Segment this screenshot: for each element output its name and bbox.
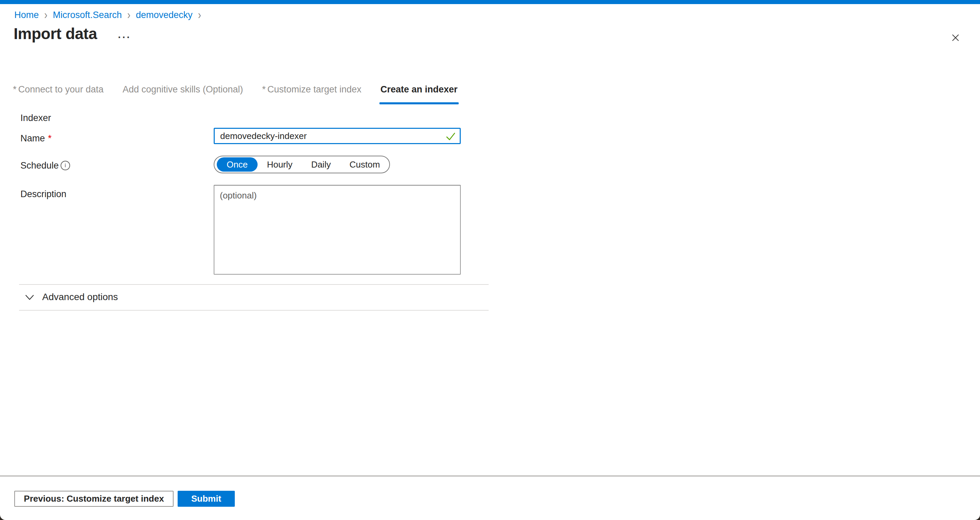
tab-customize-target-index[interactable]: *Customize target index [262,84,361,104]
active-tab-underline [379,102,459,104]
footer-divider [0,476,980,477]
valid-check-icon [445,131,456,142]
schedule-toggle-group: Once Hourly Daily Custom [214,156,390,173]
info-icon[interactable]: i [60,161,70,170]
close-x-glyph [950,32,961,43]
breadcrumb-link-demovedecky[interactable]: demovedecky [136,10,192,21]
breadcrumb-separator-icon: › [44,8,47,22]
tab-label: Customize target index [267,84,361,95]
schedule-option-daily[interactable]: Daily [311,159,331,170]
name-label: Name * [21,133,52,144]
close-icon[interactable] [948,30,963,46]
description-label: Description [21,189,66,200]
page-title: Import data [14,24,97,43]
advanced-options-label: Advanced options [42,292,118,303]
schedule-label-text: Schedule [21,160,59,171]
previous-step-button[interactable]: Previous: Customize target index [14,491,173,507]
breadcrumb-separator-icon: › [127,8,130,22]
chevron-down-icon [24,294,35,301]
schedule-option-once[interactable]: Once [217,157,258,172]
tab-add-cognitive-skills[interactable]: Add cognitive skills (Optional) [123,84,243,104]
tab-required-marker: * [13,84,17,95]
breadcrumb-link-microsoft-search[interactable]: Microsoft.Search [53,10,122,21]
tab-required-marker: * [262,84,266,95]
indexer-name-input[interactable] [214,128,461,144]
import-data-panel: Home › Microsoft.Search › demovedecky › … [0,0,980,520]
wizard-tabs: *Connect to your data Add cognitive skil… [13,84,477,104]
tab-label: Create an indexer [380,84,458,95]
breadcrumb: Home › Microsoft.Search › demovedecky › [14,10,207,21]
submit-button[interactable]: Submit [178,491,235,507]
indexer-section-title: Indexer [21,113,51,124]
schedule-options: Hourly Daily Custom [258,159,389,170]
breadcrumb-separator-icon: › [198,8,201,22]
divider [19,310,488,311]
tab-connect-to-your-data[interactable]: *Connect to your data [13,84,103,104]
top-accent-bar [0,0,980,4]
name-label-text: Name [21,133,45,144]
divider [19,284,488,285]
schedule-option-custom[interactable]: Custom [350,159,380,170]
description-textarea[interactable] [214,185,461,274]
description-label-text: Description [21,189,66,200]
advanced-options-toggle[interactable]: Advanced options [24,292,118,303]
schedule-option-hourly[interactable]: Hourly [267,159,292,170]
required-asterisk: * [48,133,52,144]
breadcrumb-link-home[interactable]: Home [14,10,39,21]
name-field-wrap [214,128,461,144]
more-options-icon[interactable]: ··· [115,30,135,45]
tab-label: Add cognitive skills (Optional) [123,84,243,95]
tab-create-an-indexer[interactable]: Create an indexer [380,84,458,104]
tab-label: Connect to your data [18,84,104,95]
schedule-label: Schedule [21,160,59,171]
